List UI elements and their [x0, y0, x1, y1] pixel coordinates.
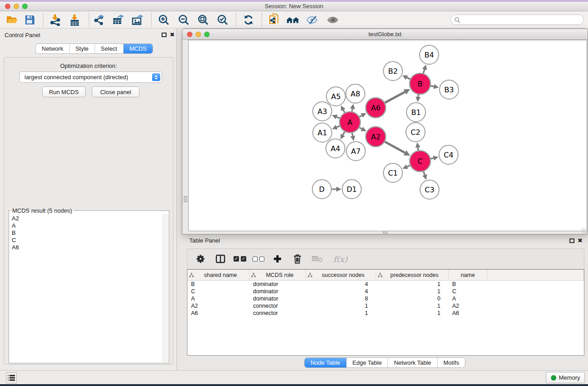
graph-node-A2[interactable]: A2 — [366, 127, 386, 147]
run-mcds-button[interactable]: Run MCDS — [42, 86, 86, 97]
save-session-button[interactable] — [22, 13, 38, 27]
graph-node-A1[interactable]: A1 — [313, 123, 332, 142]
table-row[interactable]: A2connector11A2 — [187, 302, 584, 310]
mcds-result-item[interactable]: B — [12, 229, 163, 237]
tab-network[interactable]: Network — [36, 44, 69, 53]
edge-B-B2[interactable] — [407, 77, 410, 79]
graph-node-C[interactable]: C — [410, 151, 430, 172]
close-panel-icon[interactable]: ✖ — [170, 32, 175, 38]
close-panel-button[interactable]: Close panel — [92, 86, 139, 97]
zoom-selected-button[interactable] — [215, 13, 231, 27]
graph-node-A3[interactable]: A3 — [313, 102, 332, 121]
add-column-button[interactable] — [271, 252, 284, 266]
graph-node-A[interactable]: A — [339, 112, 360, 133]
tab-style[interactable]: Style — [69, 44, 95, 53]
edge-A-A4[interactable] — [343, 132, 344, 135]
graph-node-A6[interactable]: A6 — [366, 98, 386, 118]
graph-node-A7[interactable]: A7 — [346, 142, 365, 161]
table-row[interactable]: Bdominator41B — [187, 281, 584, 288]
export-image-button[interactable] — [129, 13, 146, 27]
graph-node-B[interactable]: B — [410, 73, 430, 94]
search-input[interactable] — [460, 17, 583, 23]
tab-node-table[interactable]: Node Table — [305, 358, 346, 367]
table-split-view-button[interactable] — [214, 252, 227, 266]
edge-A2-C[interactable] — [385, 142, 405, 153]
zoom-in-button[interactable] — [156, 13, 172, 27]
edge-C-C3[interactable] — [424, 172, 425, 175]
mcds-result-item[interactable]: A — [12, 222, 163, 229]
open-file-button[interactable] — [4, 13, 20, 27]
edge-A-A1[interactable] — [337, 126, 340, 127]
mcds-result-item[interactable]: A2 — [12, 215, 163, 222]
edge-A-A6[interactable] — [359, 115, 362, 117]
tab-edge-table[interactable]: Edge Table — [346, 358, 388, 367]
export-table-button[interactable] — [110, 13, 126, 27]
network-window-titlebar[interactable]: testGlobe.txt — [182, 29, 588, 40]
import-network-button[interactable] — [47, 13, 63, 27]
result-list-scrollbar[interactable] — [163, 214, 168, 362]
edge-A6-B[interactable] — [385, 92, 405, 103]
graph-node-C1[interactable]: C1 — [383, 163, 402, 182]
column-header-name[interactable]: name — [449, 270, 488, 280]
column-header-predecessor-nodes[interactable]: predecessor nodes — [376, 270, 449, 280]
edge-A-A2[interactable] — [359, 128, 362, 129]
function-builder-button[interactable]: f(x) — [330, 252, 350, 266]
graph-node-B4[interactable]: B4 — [420, 45, 439, 64]
network-canvas[interactable]: ABCA2A6A1A3A4A5A7A8B1B2B3B4C1C2C3C4DD1 — [188, 40, 587, 231]
graph-node-A4[interactable]: A4 — [326, 139, 345, 158]
export-network-button[interactable] — [91, 13, 107, 27]
apply-layout-button[interactable] — [240, 13, 257, 27]
column-header-MCDS-role[interactable]: MCDS role — [249, 270, 306, 280]
main-titlebar[interactable]: Session: New Session — [0, 2, 588, 11]
float-panel-icon[interactable] — [162, 33, 167, 37]
hide-selected-button[interactable] — [304, 13, 320, 27]
float-table-panel-icon[interactable] — [569, 238, 574, 243]
column-header-successor-nodes[interactable]: successor nodes — [306, 270, 376, 280]
edge-C-C2[interactable] — [418, 148, 418, 151]
tab-mcds[interactable]: MCDS — [123, 44, 153, 53]
graph-node-D[interactable]: D — [312, 180, 331, 199]
graph-node-C4[interactable]: C4 — [439, 145, 458, 164]
table-row[interactable]: A6connector11A6 — [187, 310, 584, 317]
graph-node-B3[interactable]: B3 — [440, 80, 459, 99]
tab-select[interactable]: Select — [95, 44, 123, 53]
search-field[interactable] — [450, 14, 584, 25]
zoom-out-button[interactable] — [176, 13, 192, 27]
graph-node-C3[interactable]: C3 — [420, 180, 439, 199]
table-row[interactable]: Adominator80A — [187, 295, 584, 302]
mcds-result-item[interactable]: A6 — [12, 244, 163, 251]
network-vertical-scrollbar-thumb[interactable] — [184, 196, 187, 202]
task-history-button[interactable] — [6, 372, 17, 383]
show-all-button[interactable] — [325, 13, 341, 27]
delete-table-button[interactable] — [311, 252, 324, 266]
window-resize-grip[interactable] — [582, 228, 587, 234]
edge-B-B4[interactable] — [423, 69, 425, 73]
edge-C-C1[interactable] — [407, 166, 410, 167]
copy-network-button[interactable] — [266, 13, 282, 27]
memory-button[interactable]: Memory — [546, 372, 585, 383]
edge-A-A8[interactable] — [352, 109, 352, 111]
tab-network-table[interactable]: Network Table — [387, 358, 437, 367]
tab-motifs[interactable]: Motifs — [437, 358, 465, 367]
network-horizontal-scrollbar-thumb[interactable] — [383, 231, 387, 234]
column-header-shared-name[interactable]: shared name — [187, 270, 249, 280]
graph-node-A8[interactable]: A8 — [346, 84, 365, 103]
delete-column-button[interactable] — [291, 252, 304, 266]
home-button[interactable] — [285, 13, 301, 27]
table-settings-button[interactable] — [194, 252, 207, 266]
close-table-panel-icon[interactable]: ✖ — [578, 238, 583, 243]
table-row[interactable]: Cdominator41C — [187, 288, 584, 295]
edge-B-B1[interactable] — [418, 95, 419, 97]
edge-A-A7[interactable] — [352, 133, 353, 136]
deselect-all-columns-button[interactable] — [253, 257, 264, 262]
edge-A-A3[interactable] — [337, 117, 340, 118]
graph-node-C2[interactable]: C2 — [406, 123, 425, 142]
graph-node-B1[interactable]: B1 — [406, 103, 425, 122]
graph-node-D1[interactable]: D1 — [342, 180, 361, 199]
zoom-fit-button[interactable] — [195, 13, 211, 27]
mcds-result-item[interactable]: C — [12, 237, 163, 244]
import-table-button[interactable] — [67, 13, 83, 27]
graph-node-B2[interactable]: B2 — [383, 62, 402, 81]
edge-C-C4[interactable] — [430, 158, 433, 158]
optimization-criterion-select[interactable]: largest connected component (directed) — [19, 71, 162, 83]
